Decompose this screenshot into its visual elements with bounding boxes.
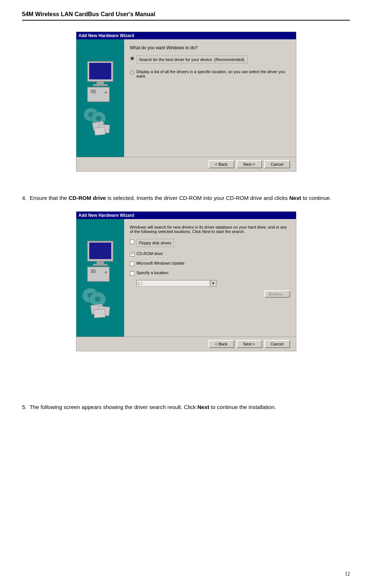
radio-option2[interactable] xyxy=(130,70,134,75)
wizard2-winupdate-option: Microsoft Windows Update xyxy=(130,261,290,266)
spacer xyxy=(22,373,350,403)
svg-rect-3 xyxy=(93,84,108,86)
wizard1-illustration xyxy=(76,39,124,157)
floppy-label-box: Floppy disk drives xyxy=(137,239,174,247)
wizard1-screenshot: Add New Hardware Wizard xyxy=(76,32,296,172)
location-input[interactable] xyxy=(137,280,210,287)
wizard1-buttons: < Back Next > Cancel xyxy=(76,157,296,171)
wizard1-cancel-button[interactable]: Cancel xyxy=(264,160,290,168)
step5-text-before: The following screen appears showing the… xyxy=(30,404,196,410)
wizard2-titlebar: Add New Hardware Wizard xyxy=(76,212,296,219)
svg-rect-4 xyxy=(87,87,109,102)
step4-number: 4. xyxy=(22,195,27,201)
browse-button[interactable]: Browse... xyxy=(264,290,290,298)
option1-box: Search for the best driver for your devi… xyxy=(137,55,248,64)
page-number: 12 xyxy=(345,571,350,577)
svg-rect-13 xyxy=(94,127,105,135)
svg-rect-18 xyxy=(87,267,109,282)
wizard1-option1-label: Search for the best driver for your devi… xyxy=(137,55,248,64)
winupdate-label: Microsoft Windows Update xyxy=(137,261,185,265)
page-title: 54M Wireless LAN CardBus Card User's Man… xyxy=(22,11,155,17)
svg-rect-19 xyxy=(91,270,95,273)
page-header: 54M Wireless LAN CardBus Card User's Man… xyxy=(22,11,350,21)
checkbox-winupdate[interactable] xyxy=(130,262,134,266)
wizard1-question: What do you want Windows to do? xyxy=(130,45,290,50)
step5-text: 5. The following screen appears showing … xyxy=(22,403,350,412)
svg-point-20 xyxy=(105,271,107,273)
computer-svg xyxy=(80,58,120,139)
svg-rect-27 xyxy=(94,309,105,318)
wizard2-buttons: < Back Next > Cancel xyxy=(76,337,296,351)
wizard2-cdrom-option: CD-ROM drive xyxy=(130,251,290,257)
floppy-label: Floppy disk drives xyxy=(139,241,171,245)
wizard1-title: Add New Hardware Wizard xyxy=(79,33,134,38)
wizard2-floppy-option: Floppy disk drives xyxy=(130,239,290,247)
wizard1-option1: Search for the best driver for your devi… xyxy=(130,55,290,64)
wizard2-description: Windows will search for new drivers in i… xyxy=(130,225,290,234)
wizard2-container: Add New Hardware Wizard xyxy=(22,211,350,362)
step5-bold1: Next xyxy=(197,404,209,410)
wizard1-container: Add New Hardware Wizard xyxy=(22,32,350,183)
step5-number: 5. xyxy=(22,404,27,410)
step4-section: 4. Ensure that the CD-ROM drive is selec… xyxy=(22,194,350,202)
wizard2-right: Windows will search for new drivers in i… xyxy=(124,219,296,337)
location-row: ▼ xyxy=(137,280,290,287)
svg-rect-16 xyxy=(97,261,104,264)
wizard2-body: Windows will search for new drivers in i… xyxy=(76,219,296,337)
wizard1-body: What do you want Windows to do? Search f… xyxy=(76,39,296,157)
wizard2-screenshot: Add New Hardware Wizard xyxy=(76,211,296,351)
svg-rect-2 xyxy=(97,82,104,85)
wizard2-back-button[interactable]: < Back xyxy=(209,340,234,348)
step4-bold1: CD-ROM drive xyxy=(69,195,106,201)
wizard2-illustration xyxy=(76,219,124,337)
step4-text-middle: is selected. Inserts the driver CD-ROM i… xyxy=(108,195,288,201)
step4-bold2: Next xyxy=(289,195,301,201)
svg-rect-17 xyxy=(93,264,108,266)
wizard1-right: What do you want Windows to do? Search f… xyxy=(124,39,296,157)
wizard2-cancel-button[interactable]: Cancel xyxy=(264,340,290,348)
specify-label: Specify a location: xyxy=(137,270,169,275)
svg-point-6 xyxy=(105,92,107,94)
step4-text: 4. Ensure that the CD-ROM drive is selec… xyxy=(22,194,350,202)
cdrom-label: CD-ROM drive xyxy=(137,251,163,256)
wizard2-specify-option: Specify a location: xyxy=(130,270,290,276)
wizard1-option2: Display a list of all the drivers in a s… xyxy=(130,69,290,78)
wizard1-back-button[interactable]: < Back xyxy=(209,160,234,168)
wizard1-next-button[interactable]: Next > xyxy=(236,160,262,168)
wizard1-titlebar: Add New Hardware Wizard xyxy=(76,32,296,39)
svg-point-10 xyxy=(95,116,101,121)
location-dropdown-btn[interactable]: ▼ xyxy=(210,280,217,287)
checkbox-specify[interactable] xyxy=(130,271,134,276)
svg-rect-1 xyxy=(89,63,111,79)
wizard2-next-button[interactable]: Next > xyxy=(236,340,262,348)
page-wrapper: 54M Wireless LAN CardBus Card User's Man… xyxy=(0,0,372,588)
radio-option1[interactable] xyxy=(130,56,134,61)
step4-text-after: to continue. xyxy=(303,195,331,201)
wizard1-option2-label: Display a list of all the drivers in a s… xyxy=(137,69,290,78)
svg-rect-5 xyxy=(91,90,95,93)
checkbox-cdrom[interactable] xyxy=(130,252,134,257)
svg-point-24 xyxy=(95,297,101,302)
step5-section: 5. The following screen appears showing … xyxy=(22,403,350,412)
checkbox-floppy[interactable] xyxy=(130,240,134,244)
step5-text-after: to continue the installation. xyxy=(211,404,276,410)
computer-svg-2 xyxy=(80,228,120,327)
svg-rect-15 xyxy=(89,243,111,259)
step4-text-before: Ensure that the xyxy=(30,195,67,201)
wizard2-title: Add New Hardware Wizard xyxy=(79,213,134,218)
